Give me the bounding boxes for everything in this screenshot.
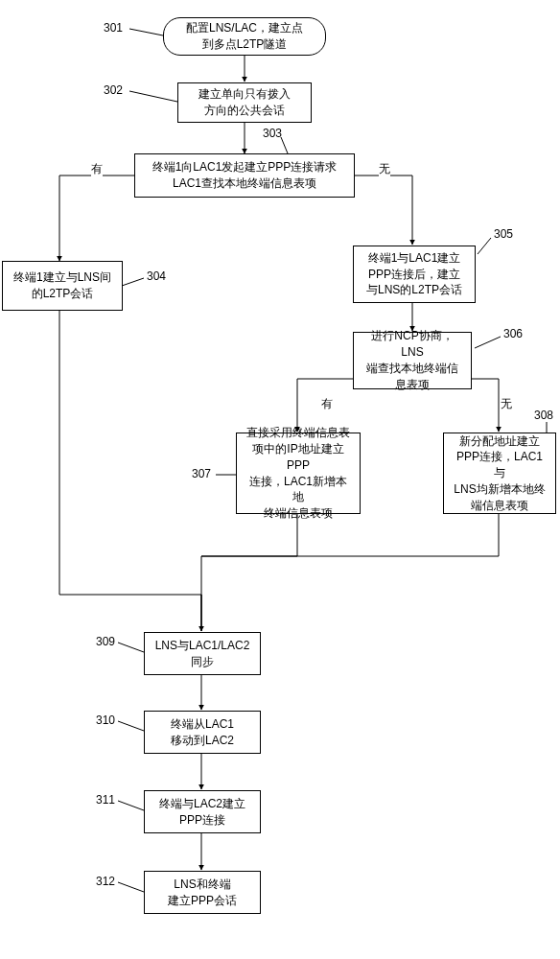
step-num-311: 311 [96,793,115,807]
svg-line-9 [281,137,288,153]
step-num-304: 304 [147,269,166,283]
edge-yes-303: 有 [91,161,103,177]
node-312-text: LNS和终端建立PPP会话 [168,877,237,909]
node-306-text: 进行NCP协商，LNS端查找本地终端信息表项 [362,328,463,392]
step-num-302: 302 [104,83,123,97]
node-301: 配置LNS/LAC，建立点到多点L2TP隧道 [163,17,326,56]
node-309-text: LNS与LAC1/LAC2同步 [155,638,250,670]
svg-line-11 [478,238,491,254]
step-num-307: 307 [192,467,211,480]
svg-line-12 [475,337,501,348]
step-num-310: 310 [96,713,115,727]
node-302: 建立单向只有拨入方向的公共会话 [177,82,312,123]
node-310-text: 终端从LAC1移动到LAC2 [171,716,234,749]
step-num-301: 301 [104,21,123,35]
node-307: 直接采用终端信息表项中的IP地址建立PPP连接，LAC1新增本地终端信息表项 [236,433,361,514]
node-307-text: 直接采用终端信息表项中的IP地址建立PPP连接，LAC1新增本地终端信息表项 [245,425,352,522]
node-303-text: 终端1向LAC1发起建立PPP连接请求LAC1查找本地终端信息表项 [152,159,338,192]
node-304-text: 终端1建立与LNS间的L2TP会话 [13,269,111,302]
edge-yes-306: 有 [321,396,333,412]
step-num-306: 306 [503,327,523,340]
step-num-309: 309 [96,635,115,648]
step-num-305: 305 [494,227,513,241]
node-311-text: 终端与LAC2建立PPP连接 [159,796,245,829]
step-num-303: 303 [263,127,282,140]
node-308: 新分配地址建立PPP连接，LAC1与LNS均新增本地终端信息表项 [443,433,556,514]
edge-no-303: 无 [379,161,390,177]
svg-line-15 [118,643,144,652]
node-312: LNS和终端建立PPP会话 [144,871,261,914]
svg-line-17 [118,801,144,810]
node-306: 进行NCP协商，LNS端查找本地终端信息表项 [353,332,472,389]
node-308-text: 新分配地址建立PPP连接，LAC1与LNS均新增本地终端信息表项 [452,433,548,514]
node-305: 终端1与LAC1建立PPP连接后，建立与LNS的L2TP会话 [353,246,476,303]
node-301-text: 配置LNS/LAC，建立点到多点L2TP隧道 [186,20,303,53]
step-num-312: 312 [96,875,115,888]
svg-line-16 [118,721,144,731]
node-305-text: 终端1与LAC1建立PPP连接后，建立与LNS的L2TP会话 [366,250,462,298]
node-302-text: 建立单向只有拨入方向的公共会话 [198,86,291,119]
node-303: 终端1向LAC1发起建立PPP连接请求LAC1查找本地终端信息表项 [134,153,355,198]
node-304: 终端1建立与LNS间的L2TP会话 [2,261,123,311]
edge-no-306: 无 [501,396,512,412]
step-num-308: 308 [534,409,553,422]
node-311: 终端与LAC2建立PPP连接 [144,790,261,833]
svg-line-18 [118,882,144,892]
svg-line-10 [122,278,144,286]
svg-line-7 [129,29,163,35]
node-310: 终端从LAC1移动到LAC2 [144,711,261,754]
node-309: LNS与LAC1/LAC2同步 [144,632,261,675]
svg-line-8 [129,91,177,102]
